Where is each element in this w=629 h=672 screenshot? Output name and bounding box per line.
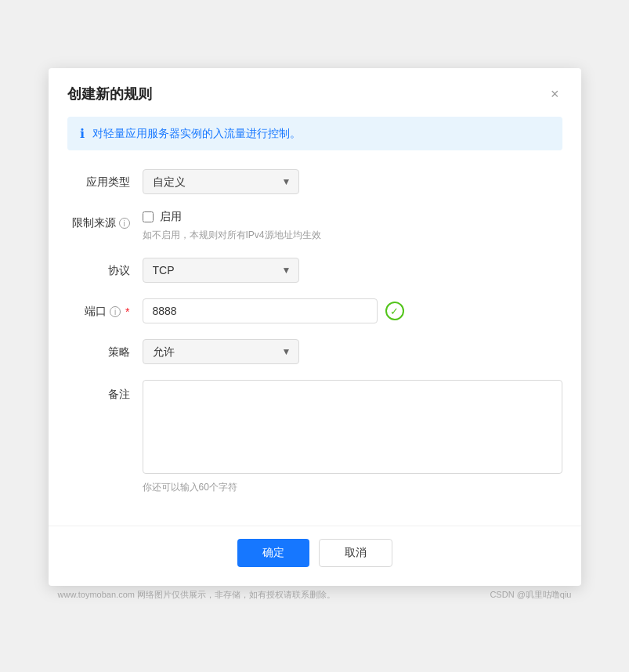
port-control: ✓ xyxy=(143,298,562,323)
remark-row: 备注 你还可以输入60个字符 xyxy=(67,380,562,494)
protocol-row: 协议 TCP UDP ICMP ▼ xyxy=(67,258,562,283)
strategy-row: 策略 允许 拒绝 ▼ xyxy=(67,339,562,364)
port-input[interactable] xyxy=(143,298,378,323)
protocol-label: 协议 xyxy=(67,258,130,278)
watermark-bar: www.toymoban.com 网络图片仅供展示，非存储，如有授权请联系删除。… xyxy=(49,586,581,604)
port-valid-icon: ✓ xyxy=(385,302,404,320)
strategy-control: 允许 拒绝 ▼ xyxy=(143,339,562,364)
app-type-label: 应用类型 xyxy=(67,169,130,190)
protocol-select[interactable]: TCP UDP ICMP xyxy=(143,258,299,283)
modal-header: 创建新的规则 × xyxy=(49,68,581,117)
close-button[interactable]: × xyxy=(548,84,562,104)
limit-source-checkbox-label: 启用 xyxy=(160,210,182,224)
port-row: 端口 i * ✓ xyxy=(67,298,562,323)
watermark-right: CSDN @叽里咕噜qiu xyxy=(490,589,571,601)
limit-source-label: 限制来源 i xyxy=(67,210,130,230)
limit-source-row: 限制来源 i 启用 如不启用，本规则对所有IPv4源地址均生效 xyxy=(67,210,562,242)
app-type-select-wrapper: 自定义 HTTP HTTPS SSH ▼ xyxy=(143,169,299,194)
app-type-row: 应用类型 自定义 HTTP HTTPS SSH ▼ xyxy=(67,169,562,194)
cancel-button[interactable]: 取消 xyxy=(319,539,392,567)
modal-body: ℹ 对轻量应用服务器实例的入流量进行控制。 应用类型 自定义 HTTP HTTP… xyxy=(49,117,581,526)
limit-source-info-icon[interactable]: i xyxy=(119,218,130,229)
strategy-select-wrapper: 允许 拒绝 ▼ xyxy=(143,339,299,364)
create-rule-modal: 创建新的规则 × ℹ 对轻量应用服务器实例的入流量进行控制。 应用类型 自定义 xyxy=(49,68,581,586)
port-input-wrapper: ✓ xyxy=(143,298,562,323)
remark-textarea[interactable] xyxy=(143,380,562,474)
info-banner-text: 对轻量应用服务器实例的入流量进行控制。 xyxy=(92,127,301,141)
remark-control: 你还可以输入60个字符 xyxy=(143,380,562,494)
limit-source-checkbox-row: 启用 xyxy=(143,210,562,224)
watermark-left: www.toymoban.com 网络图片仅供展示，非存储，如有授权请联系删除。 xyxy=(58,589,335,601)
port-label: 端口 i * xyxy=(67,298,130,319)
app-type-control: 自定义 HTTP HTTPS SSH ▼ xyxy=(143,169,562,194)
remark-char-count: 你还可以输入60个字符 xyxy=(143,481,562,494)
strategy-select[interactable]: 允许 拒绝 xyxy=(143,339,299,364)
port-info-icon[interactable]: i xyxy=(110,306,121,317)
limit-source-checkbox[interactable] xyxy=(143,211,154,222)
remark-label: 备注 xyxy=(67,380,130,402)
limit-source-hint: 如不启用，本规则对所有IPv4源地址均生效 xyxy=(143,229,562,242)
confirm-button[interactable]: 确定 xyxy=(237,539,309,567)
protocol-control: TCP UDP ICMP ▼ xyxy=(143,258,562,283)
limit-source-control: 启用 如不启用，本规则对所有IPv4源地址均生效 xyxy=(143,210,562,242)
modal-footer: 确定 取消 xyxy=(49,526,581,586)
port-required-star: * xyxy=(125,305,129,318)
strategy-label: 策略 xyxy=(67,339,130,359)
protocol-select-wrapper: TCP UDP ICMP ▼ xyxy=(143,258,299,283)
info-icon: ℹ xyxy=(80,126,85,141)
modal-title: 创建新的规则 xyxy=(67,85,152,103)
app-type-select[interactable]: 自定义 HTTP HTTPS SSH xyxy=(143,169,299,194)
info-banner: ℹ 对轻量应用服务器实例的入流量进行控制。 xyxy=(67,117,562,150)
